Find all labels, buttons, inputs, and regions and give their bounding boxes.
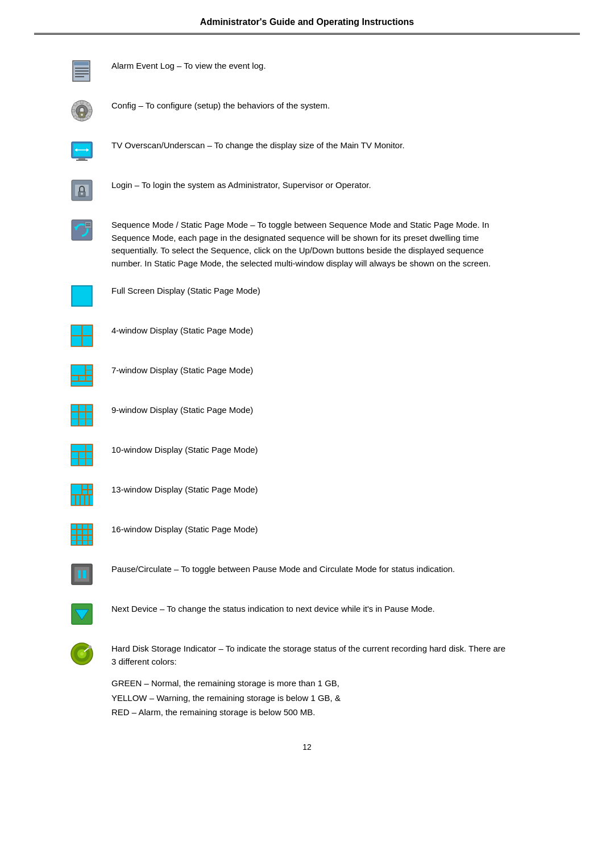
svg-rect-65: [86, 452, 92, 458]
13-window-icon: [68, 481, 96, 508]
svg-rect-80: [85, 495, 89, 505]
pause-circulate-text: Pause/Circulate – To toggle between Paus…: [111, 561, 455, 576]
red-note: RED – Alarm, the remaining storage is be…: [111, 705, 580, 720]
svg-rect-100: [74, 567, 89, 582]
svg-rect-77: [72, 495, 75, 505]
svg-rect-62: [86, 445, 92, 451]
svg-rect-95: [72, 541, 76, 545]
config-icon: [68, 97, 96, 124]
svg-rect-69: [72, 445, 78, 451]
sequence-text: Sequence Mode / Static Page Mode – To to…: [111, 216, 509, 270]
svg-rect-48: [86, 376, 92, 381]
list-item: Full Screen Display (Static Page Mode): [34, 282, 580, 310]
list-item: TV Overscan/Underscan – To change the di…: [34, 137, 580, 164]
tv-overscan-icon: [68, 137, 96, 164]
svg-rect-78: [76, 495, 80, 505]
list-item: 13-window Display (Static Page Mode): [34, 481, 580, 508]
list-item: Login – To login the system as Administr…: [34, 177, 580, 204]
list-item: Config – To configure (setup) the behavi…: [34, 97, 580, 124]
svg-rect-38: [72, 326, 81, 335]
svg-rect-55: [79, 412, 85, 419]
svg-rect-47: [79, 376, 85, 381]
hard-disk-sub-text: GREEN – Normal, the remaining storage is…: [111, 668, 580, 720]
list-item: Hard Disk Storage Indicator – To indicat…: [34, 640, 580, 720]
sequence-icon: [68, 216, 96, 244]
svg-rect-44: [86, 365, 92, 370]
list-item: 7-window Display (Static Page Mode): [34, 362, 580, 389]
svg-rect-101: [78, 570, 81, 578]
svg-point-29: [81, 193, 83, 195]
svg-rect-96: [77, 541, 82, 545]
svg-rect-11: [72, 110, 75, 112]
4-window-text: 4-window Display (Static Page Mode): [111, 322, 253, 337]
list-item: Sequence Mode / Static Page Mode – To to…: [34, 216, 580, 270]
config-text: Config – To configure (setup) the behavi…: [111, 97, 330, 112]
16-window-text: 16-window Display (Static Page Mode): [111, 521, 258, 536]
full-screen-text: Full Screen Display (Static Page Mode): [111, 282, 260, 298]
svg-point-110: [88, 645, 92, 649]
svg-rect-93: [83, 536, 88, 540]
svg-rect-39: [82, 326, 92, 335]
list-item: 9-window Display (Static Page Mode): [34, 402, 580, 429]
svg-rect-73: [82, 485, 87, 489]
svg-rect-52: [79, 405, 85, 411]
svg-rect-57: [72, 419, 78, 425]
login-icon: [68, 177, 96, 204]
page-header: Administrator's Guide and Operating Inst…: [34, 17, 580, 35]
10-window-icon: [68, 441, 96, 469]
svg-rect-56: [86, 412, 92, 419]
page: Administrator's Guide and Operating Inst…: [0, 0, 614, 868]
svg-rect-85: [83, 524, 88, 529]
login-text: Login – To login the system as Administr…: [111, 177, 371, 192]
svg-rect-59: [86, 419, 92, 425]
tv-overscan-text: TV Overscan/Underscan – To change the di…: [111, 137, 405, 152]
page-title: Administrator's Guide and Operating Inst…: [200, 17, 414, 27]
next-device-text: Next Device – To change the status indic…: [111, 600, 435, 616]
svg-rect-68: [86, 459, 92, 465]
svg-rect-46: [72, 376, 78, 381]
svg-point-108: [80, 652, 84, 656]
list-item: Pause/Circulate – To toggle between Paus…: [34, 561, 580, 588]
7-window-icon: [68, 362, 96, 389]
svg-rect-66: [72, 459, 78, 465]
svg-rect-98: [88, 541, 92, 545]
svg-rect-32: [85, 222, 92, 228]
16-window-icon: [68, 521, 96, 548]
svg-rect-49: [72, 382, 92, 386]
svg-rect-88: [77, 530, 82, 535]
13-window-text: 13-window Display (Static Page Mode): [111, 481, 258, 496]
4-window-icon: [68, 322, 96, 349]
svg-rect-64: [79, 452, 85, 458]
svg-rect-10: [81, 118, 83, 121]
svg-rect-72: [72, 485, 81, 494]
list-item: 16-window Display (Static Page Mode): [34, 521, 580, 548]
green-note: GREEN – Normal, the remaining storage is…: [111, 676, 580, 691]
svg-rect-1: [74, 62, 89, 65]
svg-rect-87: [72, 530, 76, 535]
9-window-icon: [68, 402, 96, 429]
svg-point-18: [81, 114, 83, 116]
svg-rect-75: [82, 490, 87, 494]
svg-rect-51: [72, 405, 78, 411]
svg-rect-84: [77, 524, 82, 529]
svg-rect-89: [83, 530, 88, 535]
list-item: 10-window Display (Static Page Mode): [34, 441, 580, 469]
svg-rect-12: [89, 110, 92, 112]
svg-rect-43: [72, 365, 85, 375]
9-window-text: 9-window Display (Static Page Mode): [111, 402, 253, 417]
svg-rect-74: [88, 485, 92, 489]
svg-rect-53: [86, 405, 92, 411]
list-item: 4-window Display (Static Page Mode): [34, 322, 580, 349]
svg-rect-41: [82, 336, 92, 346]
list-item: Next Device – To change the status indic…: [34, 600, 580, 628]
svg-rect-22: [76, 160, 88, 161]
svg-rect-102: [83, 570, 86, 578]
alarm-log-icon: [68, 57, 96, 85]
svg-rect-97: [83, 541, 88, 545]
svg-rect-76: [88, 490, 92, 494]
svg-rect-92: [77, 536, 82, 540]
items-list: Alarm Event Log – To view the event log.: [34, 57, 580, 720]
yellow-note: YELLOW – Warning, the remaining storage …: [111, 691, 580, 706]
page-footer: 12: [34, 742, 580, 752]
svg-rect-86: [88, 524, 92, 529]
